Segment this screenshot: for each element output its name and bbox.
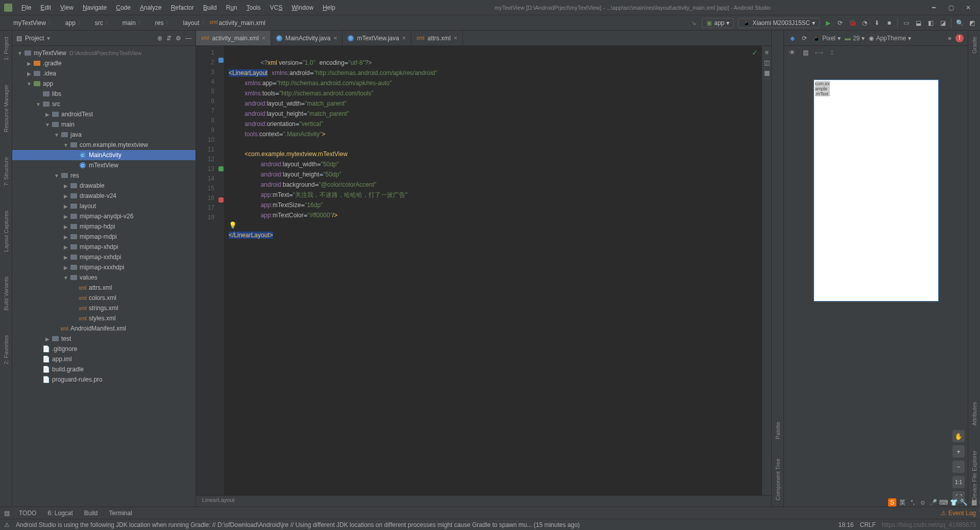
breadcrumb-item[interactable]: xmlactivity_main.xml xyxy=(210,19,265,27)
menu-refactor[interactable]: Refactor xyxy=(167,2,198,13)
editor-tab[interactable]: CmTextView.java× xyxy=(342,31,411,45)
search-everywhere-icon[interactable]: 🔍 xyxy=(955,19,964,27)
tree-node[interactable]: ▶.gradle xyxy=(12,58,195,68)
ime-toolbox-icon[interactable]: 🔧 xyxy=(960,498,968,507)
tree-node[interactable]: xmlstrings.xml xyxy=(12,303,195,313)
zoom-in-button[interactable]: + xyxy=(952,445,965,458)
ime-emoji-icon[interactable]: ☺ xyxy=(919,498,927,507)
zoom-out-button[interactable]: − xyxy=(952,461,965,473)
theme-selector[interactable]: ◉AppTheme▾ xyxy=(869,35,911,42)
menu-file[interactable]: File xyxy=(17,2,35,13)
resource-manager-icon[interactable]: ◪ xyxy=(939,19,947,27)
device-frame[interactable]: com.ex ample .mText xyxy=(814,80,939,301)
bottom-tool-button[interactable]: 6: Logcat xyxy=(47,510,72,517)
breadcrumb-item[interactable]: main xyxy=(113,19,136,27)
tree-node[interactable]: 📄build.gradle xyxy=(12,364,195,374)
sync-icon[interactable]: ↘ xyxy=(690,19,698,27)
tab-close-icon[interactable]: × xyxy=(454,35,457,42)
tree-node[interactable]: ▶drawable xyxy=(12,181,195,191)
tree-node[interactable]: 📄app.iml xyxy=(12,354,195,364)
tool-window-button[interactable]: ▤ xyxy=(4,510,10,517)
tree-node[interactable]: ▼src xyxy=(12,99,195,109)
avd-manager-icon[interactable]: ▭ xyxy=(902,19,910,27)
tree-node[interactable]: ▶mipmap-xxhdpi xyxy=(12,252,195,262)
menu-edit[interactable]: Edit xyxy=(36,2,55,13)
tree-node[interactable]: ▶androidTest xyxy=(12,109,195,119)
tree-node[interactable]: xmlattrs.xml xyxy=(12,283,195,293)
line-separator[interactable]: CRLF xyxy=(860,521,876,528)
debug-icon[interactable]: 🐞 xyxy=(848,19,856,27)
tree-node[interactable]: ▼com.example.mytextview xyxy=(12,140,195,150)
tree-node[interactable]: ▼myTextViewD:\AndroidPrject\myTextView xyxy=(12,48,195,58)
tree-node[interactable]: CMainActivity xyxy=(12,150,195,160)
project-tree[interactable]: ▼myTextViewD:\AndroidPrject\myTextView▶.… xyxy=(12,46,195,507)
bottom-tool-button[interactable]: Build xyxy=(84,510,98,517)
tab-close-icon[interactable]: × xyxy=(333,35,337,42)
breadcrumb-item[interactable]: src xyxy=(86,19,103,27)
attach-debugger-icon[interactable]: ⬇ xyxy=(873,19,881,27)
tool-window-stripe[interactable]: Resource Manager xyxy=(3,83,9,135)
tree-node[interactable]: ▶layout xyxy=(12,201,195,211)
ime-voice-icon[interactable]: 🎤 xyxy=(929,498,937,507)
menu-view[interactable]: View xyxy=(56,2,78,13)
caret-position[interactable]: 18:16 xyxy=(838,521,853,528)
tool-window-stripe[interactable]: 7: Structure xyxy=(3,155,9,188)
tree-node[interactable]: 📄.gitignore xyxy=(12,344,195,354)
tree-node[interactable]: xmlAndroidManifest.xml xyxy=(12,323,195,334)
code-editor[interactable]: ✓<?xml version="1.0" encoding="utf-8"?> … xyxy=(225,46,762,495)
tool-window-stripe[interactable]: Attributes xyxy=(971,400,977,427)
menu-code[interactable]: Code xyxy=(112,2,135,13)
menu-tools[interactable]: Tools xyxy=(242,2,265,13)
panel-settings-icon[interactable]: ⚙ xyxy=(176,35,181,42)
tree-node[interactable]: ▼res xyxy=(12,170,195,181)
breadcrumb-item[interactable]: res xyxy=(146,19,164,27)
view-mode-design-icon[interactable]: ▦ xyxy=(764,69,770,77)
editor-tab[interactable]: CMainActivity.java× xyxy=(271,31,343,45)
pan-tool-icon[interactable]: ✋ xyxy=(952,430,965,442)
tree-node[interactable]: ▼java xyxy=(12,130,195,140)
ime-skin-icon[interactable]: 👕 xyxy=(949,498,958,507)
bottom-tool-button[interactable]: TODO xyxy=(19,510,36,517)
tree-node[interactable]: libs xyxy=(12,89,195,99)
apply-changes-icon[interactable]: ⟳ xyxy=(836,19,844,27)
structure-breadcrumb[interactable]: LinearLayout xyxy=(196,495,771,507)
menu-window[interactable]: Window xyxy=(287,2,317,13)
tool-window-stripe[interactable]: Build Variants xyxy=(3,274,9,313)
status-icon[interactable]: ⚠ xyxy=(4,521,10,528)
menu-navigate[interactable]: Navigate xyxy=(79,2,111,13)
tool-window-stripe[interactable]: Palette xyxy=(775,420,781,441)
profiler-icon[interactable]: ◔ xyxy=(861,19,869,27)
minimize-button[interactable]: ━ xyxy=(926,3,941,13)
device-selector[interactable]: 📱Xiaomi M2003J15SC▾ xyxy=(738,18,820,28)
stop-button[interactable]: ■ xyxy=(885,19,893,27)
run-button[interactable]: ▶ xyxy=(824,19,832,27)
tree-node[interactable]: ▶mipmap-xxxhdpi xyxy=(12,262,195,272)
menu-help[interactable]: Help xyxy=(318,2,339,13)
tab-close-icon[interactable]: × xyxy=(402,35,406,42)
tree-node[interactable]: ▼main xyxy=(12,119,195,130)
tree-node[interactable]: ▶mipmap-mdpi xyxy=(12,232,195,242)
tree-node[interactable]: xmlcolors.xml xyxy=(12,293,195,303)
api-selector[interactable]: ▬29▾ xyxy=(845,35,865,42)
pan-up-icon[interactable]: ↥ xyxy=(828,48,836,57)
tree-node[interactable]: ▶mipmap-hdpi xyxy=(12,221,195,232)
project-view-selector[interactable]: ▤Project▾ xyxy=(16,35,50,42)
tree-node[interactable]: ▶mipmap-xhdpi xyxy=(12,242,195,252)
tree-node[interactable]: ▶test xyxy=(12,334,195,344)
tree-node[interactable]: ▼app xyxy=(12,79,195,89)
menu-run[interactable]: Run xyxy=(222,2,241,13)
bottom-tool-button[interactable]: Terminal xyxy=(109,510,132,517)
tree-node[interactable]: 📄proguard-rules.pro xyxy=(12,374,195,385)
event-log-button[interactable]: ⚠Event Log xyxy=(941,510,976,517)
ime-punct-icon[interactable]: °, xyxy=(909,498,917,507)
tab-close-icon[interactable]: × xyxy=(262,35,265,42)
editor-tab[interactable]: xmlattrs.xml× xyxy=(411,31,463,45)
blueprint-icon[interactable]: ▥ xyxy=(801,48,810,57)
zoom-fit-button[interactable]: 1:1 xyxy=(952,476,965,488)
menu-analyze[interactable]: Analyze xyxy=(136,2,166,13)
ime-keyboard-icon[interactable]: ⌨ xyxy=(939,498,947,507)
tool-window-stripe[interactable]: Gradle xyxy=(971,35,977,56)
tree-node[interactable]: ▶.idea xyxy=(12,68,195,79)
ime-grid-icon[interactable]: ▦ xyxy=(970,498,978,507)
eye-icon[interactable]: 👁 xyxy=(788,48,796,57)
